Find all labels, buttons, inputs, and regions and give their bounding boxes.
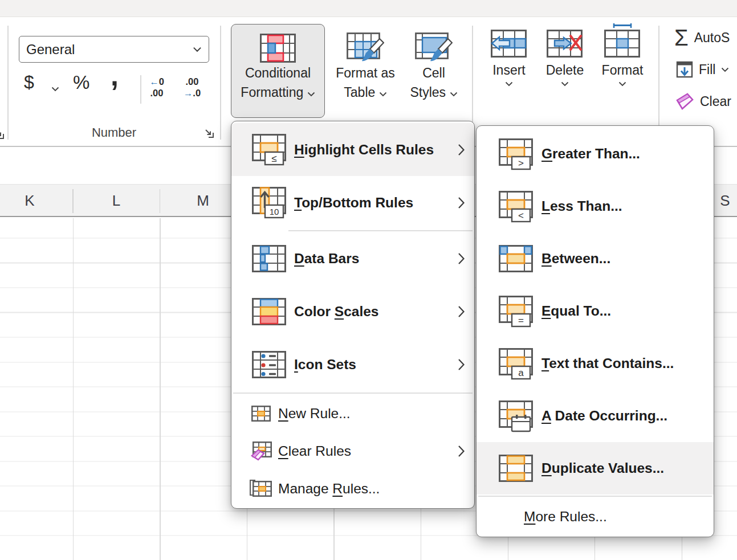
format-icon	[604, 23, 641, 58]
format-as-table-button[interactable]: Format as Table	[331, 26, 400, 102]
number-dialog-launcher-icon[interactable]	[203, 128, 215, 139]
column-header-l[interactable]: L	[104, 185, 129, 216]
cell-styles-button[interactable]: Cell Styles	[402, 26, 465, 102]
autosum-button[interactable]: Σ AutoS	[674, 25, 730, 51]
manage-rules-icon	[249, 480, 274, 498]
menu-item-clear-rules[interactable]: Clear Rules	[231, 432, 474, 470]
accounting-format-button[interactable]: $	[24, 72, 34, 93]
group-separator	[658, 26, 659, 140]
submenu-item-between[interactable]: Between...	[477, 232, 714, 285]
svg-text:10: 10	[270, 207, 279, 216]
delete-cells-button[interactable]: Delete	[541, 30, 589, 87]
dialog-launcher-icon[interactable]	[0, 129, 5, 140]
chevron-down-icon	[721, 67, 729, 72]
menu-separator	[478, 496, 712, 497]
svg-text:a: a	[518, 367, 524, 378]
svg-text:≤: ≤	[271, 153, 276, 164]
submenu-item-a-date-occurring[interactable]: A Date Occurring...	[477, 390, 714, 442]
menu-item-label: Manage Rules...	[278, 481, 380, 497]
group-separator	[220, 26, 221, 140]
submenu-item-label: Less Than...	[541, 198, 622, 214]
eraser-icon	[674, 92, 694, 111]
sigma-icon: Σ	[674, 25, 689, 51]
chevron-down-icon	[561, 81, 569, 87]
submenu-arrow-icon	[458, 305, 465, 318]
column-header-s[interactable]: S	[712, 185, 737, 216]
top-bottom-rules-icon: 10	[250, 186, 290, 219]
number-group-label: Number	[19, 125, 209, 140]
number-format-combo[interactable]: General	[19, 36, 209, 63]
column-header-m[interactable]: M	[190, 185, 215, 216]
percent-style-button[interactable]: %	[73, 72, 89, 93]
submenu-item-label: Greater Than...	[541, 146, 640, 162]
data-bars-icon	[250, 243, 290, 275]
submenu-item-equal-to[interactable]: = Equal To...	[477, 285, 714, 337]
fill-down-icon	[676, 60, 693, 79]
clear-button[interactable]: Clear	[674, 92, 731, 111]
submenu-item-label: A Date Occurring...	[541, 408, 667, 424]
new-rule-icon	[249, 404, 274, 423]
conditional-formatting-button[interactable]: Conditional Formatting	[231, 24, 325, 118]
menu-item-highlight-cells-rules[interactable]: ≤ Highlight Cells Rules	[231, 123, 474, 176]
menu-item-data-bars[interactable]: Data Bars	[231, 232, 474, 285]
svg-text:<: <	[518, 210, 524, 221]
submenu-arrow-icon	[458, 358, 465, 371]
column-header-k[interactable]: K	[17, 185, 42, 216]
accounting-format-chevron-icon[interactable]	[51, 87, 59, 92]
excel-window: { "ribbon": { "number_group": { "label":…	[0, 0, 737, 560]
submenu-item-label: Between...	[541, 251, 610, 267]
insert-cells-button[interactable]: Insert	[485, 30, 533, 87]
text-that-contains-icon: a	[496, 348, 537, 380]
submenu-item-text-that-contains[interactable]: a Text that Contains...	[477, 337, 714, 390]
number-format-value: General	[26, 42, 75, 58]
menu-item-label: Clear Rules	[278, 443, 351, 459]
mini-separator	[140, 75, 141, 104]
format-cells-button[interactable]: Format	[598, 23, 647, 87]
menu-item-top-bottom-rules[interactable]: 10 Top/Bottom Rules	[231, 176, 474, 229]
menu-separator	[233, 393, 473, 394]
menu-item-label: Top/Bottom Rules	[294, 195, 413, 211]
chevron-down-icon	[193, 47, 202, 52]
conditional-formatting-menu: ≤ Highlight Cells Rules 10 Top/Bottom Ru…	[231, 121, 475, 509]
color-scales-icon	[250, 296, 290, 328]
ribbon-tab-strip	[0, 0, 737, 17]
menu-item-label: Color Scales	[294, 304, 378, 320]
submenu-item-label: More Rules...	[524, 509, 607, 525]
submenu-item-label: Text that Contains...	[541, 355, 674, 371]
submenu-item-duplicate-values[interactable]: Duplicate Values...	[477, 442, 714, 494]
icon-sets-icon	[250, 349, 290, 381]
duplicate-values-icon	[496, 452, 537, 485]
cell-styles-icon	[415, 32, 453, 63]
decrease-decimal-button[interactable]: .00→.0	[179, 76, 205, 99]
chevron-down-icon	[307, 92, 315, 97]
svg-text:=: =	[518, 315, 524, 326]
chevron-down-icon	[505, 81, 513, 87]
submenu-arrow-icon	[458, 197, 465, 209]
equal-to-icon: =	[496, 295, 537, 328]
menu-item-icon-sets[interactable]: Icon Sets	[231, 338, 474, 391]
between-icon	[496, 243, 537, 275]
menu-item-new-rule[interactable]: New Rule...	[231, 395, 474, 432]
submenu-item-less-than[interactable]: < Less Than...	[477, 180, 714, 232]
fill-button[interactable]: Fill	[676, 60, 729, 79]
submenu-item-more-rules[interactable]: More Rules...	[477, 498, 714, 536]
greater-than-icon: >	[496, 138, 537, 170]
chevron-down-icon	[618, 81, 626, 87]
menu-separator	[288, 230, 473, 231]
chevron-down-icon	[450, 92, 458, 97]
submenu-item-greater-than[interactable]: > Greater Than...	[477, 128, 714, 180]
highlight-cells-rules-submenu: > Greater Than... < Less Than... Between…	[476, 125, 714, 537]
a-date-occurring-icon	[496, 400, 537, 432]
menu-item-label: Icon Sets	[294, 357, 356, 373]
increase-decimal-button[interactable]: ←0.00	[144, 76, 170, 99]
comma-style-button[interactable]: ,	[111, 59, 119, 92]
submenu-arrow-icon	[458, 144, 465, 156]
submenu-arrow-icon	[458, 445, 465, 457]
highlight-cells-rules-icon: ≤	[250, 133, 290, 166]
menu-item-manage-rules[interactable]: Manage Rules...	[231, 470, 474, 508]
chevron-down-icon	[379, 92, 387, 97]
clear-rules-icon	[249, 442, 274, 461]
menu-item-color-scales[interactable]: Color Scales	[231, 285, 474, 338]
submenu-item-label: Equal To...	[541, 303, 611, 319]
svg-text:>: >	[518, 158, 524, 169]
